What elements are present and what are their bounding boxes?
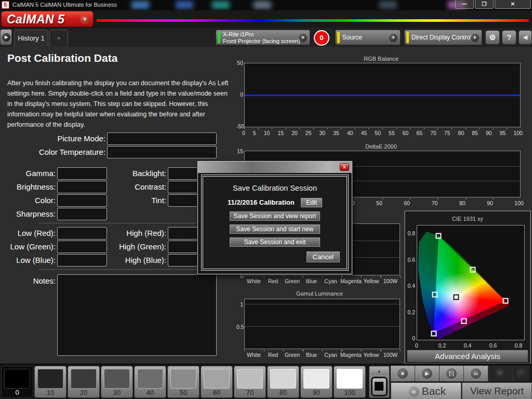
save-and-start-new-button[interactable]: Save Session and start new [230, 224, 320, 234]
patch-swatch [237, 369, 263, 389]
patch-swatch [71, 369, 97, 389]
grayscale-patch-20[interactable]: 20 [68, 366, 100, 398]
dialog-close-button[interactable]: x [340, 163, 349, 171]
high-blue-label: High (Blue): [109, 256, 166, 264]
app-icon: 5 [2, 1, 9, 9]
cie-title: CIE 1931 xy [405, 216, 530, 222]
grayscale-patch-40[interactable]: 40 [134, 366, 166, 398]
sharpness-field[interactable] [57, 208, 107, 220]
source-status-stripe [337, 32, 340, 43]
meter-error-badge[interactable]: 0 [314, 30, 329, 46]
measure-single-button[interactable]: [·] [440, 366, 464, 381]
nav-forward-button[interactable]: ▶ [0, 29, 12, 45]
stop-button[interactable]: ■ [391, 366, 415, 381]
color-temperature-field[interactable] [107, 146, 217, 158]
patch-label: 10 [35, 389, 66, 396]
calman-logo-button[interactable]: CalMAN 5 ▼ [1, 11, 94, 27]
close-button[interactable]: ✕ [495, 0, 531, 9]
grayscale-patch-60[interactable]: 60 [201, 366, 233, 398]
chevron-down-icon: ▼ [389, 34, 397, 42]
meter-dropdown[interactable]: X-Rite i1Pro Front Projector (facing scr… [216, 30, 310, 45]
source-dropdown[interactable]: Source ▼ [335, 30, 401, 45]
high-red-label: High (Red): [109, 229, 166, 237]
cie-point-magenta [461, 318, 467, 324]
logo-menu-chevron-icon[interactable]: ▼ [80, 15, 90, 24]
grayscale-patch-10[interactable]: 10 [34, 366, 66, 398]
save-session-dialog: x Save Calibration Session 11/2/2016 Cal… [197, 161, 352, 274]
low-red-field[interactable] [57, 227, 107, 240]
save-and-exit-button[interactable]: Save Session and exit [230, 237, 320, 247]
low-red-label: Low (Red): [0, 229, 56, 237]
display-control-dropdown[interactable]: Direct Display Control ▼ [404, 30, 482, 45]
grayscale-patch-30[interactable]: 30 [101, 366, 133, 398]
nav-forward-icon: ▶ [2, 33, 10, 42]
low-blue-field[interactable] [57, 254, 107, 267]
view-report-button[interactable]: View Report» [462, 382, 532, 399]
help-button[interactable]: ? [502, 30, 516, 45]
taskbar-glass-blob [254, 1, 271, 9]
grayscale-patch-70[interactable]: 70 [234, 366, 266, 398]
form-divider [39, 269, 218, 270]
grayscale-patch-100[interactable]: 100 [334, 366, 366, 398]
y-tick: 15 [236, 148, 243, 154]
patch-label: 20 [68, 389, 99, 396]
backlight-label: Backlight: [109, 169, 166, 178]
tint-label: Tint: [109, 196, 166, 205]
display-control-label: Direct Display Control [411, 34, 472, 41]
grayscale-patch-50[interactable]: 50 [167, 366, 200, 398]
color-field[interactable] [57, 194, 107, 207]
save-and-view-report-button[interactable]: Save Session and view report [230, 211, 320, 221]
pattern-expand-button[interactable]: ▲ [370, 367, 388, 375]
dialog-title: Save Calibration Session [203, 184, 347, 192]
gamma-field[interactable] [57, 167, 107, 180]
notes-field[interactable] [57, 274, 217, 356]
stop-icon: ■ [397, 368, 408, 379]
picture-mode-field[interactable] [107, 132, 217, 145]
minimize-button[interactable]: — [455, 0, 474, 9]
collapse-panel-button[interactable]: ◀ [518, 30, 532, 45]
grayscale-patch-80[interactable]: 80 [267, 366, 299, 398]
cie-point-white [454, 294, 459, 300]
pattern-window-icon [375, 382, 383, 391]
cie-1931-panel: CIE 1931 xy 0.8 0.6 0.4 0.2 0 0 0.2 0.4 … [404, 210, 531, 364]
advanced-analysis-button[interactable]: Advanced Analysis [407, 350, 528, 363]
cancel-button[interactable]: Cancel [307, 251, 340, 262]
grayscale-patch-0[interactable]: 0 [1, 366, 33, 398]
back-button[interactable]: «Back [391, 382, 461, 399]
x-tick: 0.8 [513, 342, 524, 349]
picture-mode-label: Picture Mode: [21, 134, 105, 143]
extra-transport-button[interactable] [513, 366, 530, 381]
chevron-up-icon: ▲ [377, 369, 381, 374]
pattern-window-button[interactable] [371, 377, 388, 396]
measure-continuous-button[interactable]: ∞ [464, 366, 488, 381]
restore-button[interactable]: ❐ [475, 0, 494, 9]
logo-row: CalMAN 5 ▼ [0, 10, 532, 28]
tab-history-1[interactable]: History 1 [14, 30, 48, 47]
y-tick: 0 [406, 335, 415, 341]
low-green-label: Low (Green): [0, 242, 56, 251]
patch-swatch [104, 369, 130, 389]
infinity-icon: ∞ [471, 368, 481, 379]
cie-point-yellow [470, 267, 475, 273]
brightness-field[interactable] [57, 181, 107, 193]
meter-status-stripe [218, 32, 220, 43]
color-label: Color: [0, 196, 56, 205]
sharpness-label: Sharpness: [0, 209, 56, 218]
low-blue-label: Low (Blue): [0, 256, 56, 264]
cie-point-blue [431, 330, 436, 336]
chevron-down-icon: ▼ [299, 34, 307, 42]
source-label: Source [342, 34, 362, 41]
taskbar-glass-blob [131, 1, 149, 9]
edit-session-name-button[interactable]: Edit [301, 198, 322, 207]
sync-button[interactable]: ⟳ [488, 366, 513, 381]
rgb-balance-line [245, 95, 520, 96]
chevron-down-icon: ▼ [471, 34, 479, 42]
y-tick: 0.5 [236, 324, 243, 330]
low-green-field[interactable] [57, 241, 107, 253]
tab-add-button[interactable]: + [49, 30, 68, 47]
play-button[interactable]: ▶ [415, 366, 440, 381]
patch-label: 30 [101, 389, 132, 396]
settings-button[interactable]: ⚙ [485, 30, 500, 45]
grayscale-patch-90[interactable]: 90 [300, 366, 332, 398]
cie-plot [417, 225, 525, 340]
